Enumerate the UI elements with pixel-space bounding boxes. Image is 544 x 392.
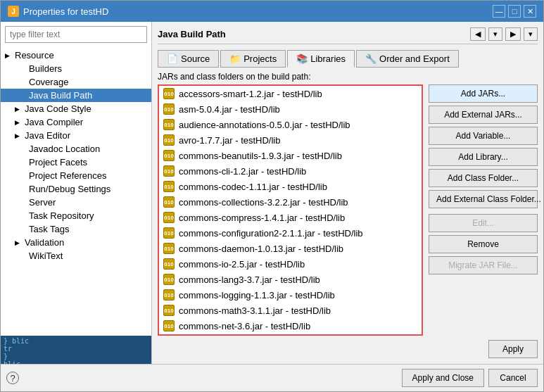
- jar-label: commons-lang3-3.7.jar - testHD/lib: [179, 274, 320, 285]
- main-content: 010 accessors-smart-1.2.jar - testHD/lib…: [158, 84, 538, 336]
- dialog-icon: J: [8, 6, 19, 17]
- jar-icon: 010: [163, 103, 175, 115]
- sidebar-item-label: Java Compiler: [25, 117, 83, 127]
- jar-icon: 010: [163, 274, 175, 285]
- remove-button[interactable]: Remove: [429, 235, 538, 253]
- bottom-left: ?: [6, 372, 19, 384]
- sidebar-item-run-debug-settings[interactable]: Run/Debug Settings: [1, 182, 151, 196]
- tab-projects[interactable]: 📁Projects: [220, 50, 286, 68]
- sidebar-item-builders[interactable]: Builders: [1, 62, 151, 75]
- sidebar-item-project-references[interactable]: Project References: [1, 169, 151, 182]
- buttons-panel: Add JARs... Add External JARs... Add Var…: [429, 84, 538, 336]
- sidebar-item-java-compiler[interactable]: ▶Java Compiler: [1, 115, 151, 129]
- jar-label: commons-logging-1.1.3.jar - testHD/lib: [179, 290, 335, 301]
- sidebar-item-resource[interactable]: ▶Resource: [1, 49, 151, 62]
- filter-input[interactable]: [5, 26, 147, 43]
- jar-list-item[interactable]: 010 commons-math3-3.1.1.jar - testHD/lib: [159, 303, 422, 318]
- code-background: } blic tr } blic tr: [1, 336, 151, 364]
- apply-row: Apply: [158, 340, 538, 358]
- add-variable-button[interactable]: Add Variable...: [429, 127, 538, 145]
- help-button[interactable]: ?: [6, 372, 19, 384]
- jar-label: commons-cli-1.2.jar - testHD/lib: [179, 166, 306, 177]
- jar-list-item[interactable]: 010 commons-daemon-1.0.13.jar - testHD/l…: [159, 241, 422, 256]
- sidebar-item-label: Run/Debug Settings: [29, 184, 110, 194]
- add-library-button[interactable]: Add Library...: [429, 148, 538, 166]
- jar-list-item[interactable]: 010 commons-lang3-3.7.jar - testHD/lib: [159, 272, 422, 287]
- nav-forward-button[interactable]: ▶: [505, 27, 521, 41]
- jar-list-item[interactable]: 010 commons-cli-1.2.jar - testHD/lib: [159, 163, 422, 179]
- jar-list-item[interactable]: 010 commons-net-3.6.jar - testHD/lib: [159, 318, 422, 334]
- sidebar-item-task-tags[interactable]: Task Tags: [1, 222, 151, 236]
- jar-list-item[interactable]: 010 audience-annotations-0.5.0.jar - tes…: [159, 117, 422, 132]
- sidebar-item-validation[interactable]: ▶Validation: [1, 236, 151, 249]
- add-class-folder-button[interactable]: Add Class Folder...: [429, 169, 538, 187]
- sidebar-item-project-facets[interactable]: Project Facets: [1, 156, 151, 169]
- jar-label: asm-5.0.4.jar - testHD/lib: [179, 104, 280, 115]
- jar-icon: 010: [163, 258, 175, 270]
- jar-label: commons-compress-1.4.1.jar - testHD/lib: [179, 213, 345, 223]
- title-bar: J Properties for testHD — □ ✕: [1, 1, 543, 22]
- jar-label: commons-math3-3.1.1.jar - testHD/lib: [179, 305, 331, 316]
- nav-dropdown-button[interactable]: ▾: [488, 27, 502, 41]
- sidebar-item-label: Resource: [15, 50, 54, 61]
- sidebar-item-java-editor[interactable]: ▶Java Editor: [1, 129, 151, 142]
- apply-and-close-button[interactable]: Apply and Close: [402, 369, 484, 387]
- add-external-class-folder-button[interactable]: Add External Class Folder...: [429, 190, 538, 208]
- jar-icon: 010: [163, 181, 175, 192]
- jar-label: accessors-smart-1.2.jar - testHD/lib: [179, 89, 322, 99]
- bottom-right: Apply and Close Cancel: [402, 369, 538, 387]
- jar-list-item[interactable]: 010 commons-codec-1.11.jar - testHD/lib: [159, 179, 422, 194]
- sidebar-item-task-repository[interactable]: Task Repository: [1, 209, 151, 222]
- jar-list: 010 accessors-smart-1.2.jar - testHD/lib…: [159, 86, 422, 334]
- chevron-right-icon: ▶: [15, 106, 22, 113]
- tab-order-export[interactable]: 🔧Order and Export: [356, 50, 459, 68]
- right-panel: Java Build Path ◀ ▾ ▶ ▾ 📄Source📁Projects…: [152, 22, 543, 364]
- sidebar-item-label: Task Repository: [29, 210, 94, 221]
- title-controls: — □ ✕: [493, 5, 536, 18]
- migrate-jar-button[interactable]: Migrate JAR File...: [429, 256, 538, 274]
- nav-forward-dropdown-button[interactable]: ▾: [524, 27, 538, 41]
- edit-button[interactable]: Edit...: [429, 214, 538, 232]
- jar-list-item[interactable]: 010 avro-1.7.7.jar - testHD/lib: [159, 132, 422, 148]
- jar-list-item[interactable]: 010 commons-io-2.5.jar - testHD/lib: [159, 256, 422, 272]
- maximize-button[interactable]: □: [508, 5, 521, 18]
- chevron-right-icon: ▶: [15, 119, 22, 126]
- title-bar-left: J Properties for testHD: [8, 6, 108, 17]
- panel-title-text: Java Build Path: [158, 29, 226, 39]
- sidebar-item-wikitext[interactable]: WikiText: [1, 249, 151, 263]
- tab-icon-source: 📄: [167, 53, 178, 64]
- jar-list-item[interactable]: 010 accessors-smart-1.2.jar - testHD/lib: [159, 86, 422, 101]
- minimize-button[interactable]: —: [493, 5, 505, 18]
- jar-label: commons-codec-1.11.jar - testHD/lib: [179, 182, 327, 192]
- add-jars-button[interactable]: Add JARs...: [429, 84, 538, 103]
- jar-list-item[interactable]: 010 commons-collections-3.2.2.jar - test…: [159, 194, 422, 210]
- tab-libraries[interactable]: 📚Libraries: [287, 50, 355, 68]
- close-button[interactable]: ✕: [524, 5, 536, 18]
- jar-list-item[interactable]: 010 commons-logging-1.1.3.jar - testHD/l…: [159, 287, 422, 303]
- sidebar-item-java-code-style[interactable]: ▶Java Code Style: [1, 102, 151, 115]
- tab-icon-order-export: 🔧: [365, 53, 377, 64]
- panel-nav: ◀ ▾ ▶ ▾: [470, 27, 538, 41]
- jar-list-item[interactable]: 010 commons-compress-1.4.1.jar - testHD/…: [159, 210, 422, 225]
- help-icon-label: ?: [10, 373, 15, 384]
- sidebar-item-javadoc-location[interactable]: Javadoc Location: [1, 142, 151, 156]
- nav-back-button[interactable]: ◀: [470, 27, 486, 41]
- jar-list-item[interactable]: 010 commons-beanutils-1.9.3.jar - testHD…: [159, 148, 422, 163]
- add-external-jars-button[interactable]: Add External JARs...: [429, 106, 538, 124]
- jar-label: audience-annotations-0.5.0.jar - testHD/…: [179, 120, 350, 130]
- sidebar-item-server[interactable]: Server: [1, 196, 151, 209]
- jar-list-container[interactable]: 010 accessors-smart-1.2.jar - testHD/lib…: [158, 84, 423, 336]
- tab-label-source: Source: [181, 53, 210, 64]
- sidebar-item-java-build-path[interactable]: Java Build Path: [1, 89, 151, 102]
- jar-icon: 010: [163, 243, 175, 254]
- jar-icon: 010: [163, 305, 175, 316]
- jar-icon: 010: [163, 134, 175, 146]
- jar-list-item[interactable]: 010 commons-configuration2-2.1.1.jar - t…: [159, 225, 422, 241]
- sidebar-item-coverage[interactable]: Coverage: [1, 75, 151, 89]
- chevron-right-icon: ▶: [15, 132, 22, 139]
- tab-source[interactable]: 📄Source: [158, 50, 219, 68]
- jar-list-item[interactable]: 010 asm-5.0.4.jar - testHD/lib: [159, 101, 422, 117]
- sidebar-item-label: Javadoc Location: [29, 144, 100, 154]
- apply-right-button[interactable]: Apply: [488, 340, 538, 358]
- cancel-button[interactable]: Cancel: [488, 369, 538, 387]
